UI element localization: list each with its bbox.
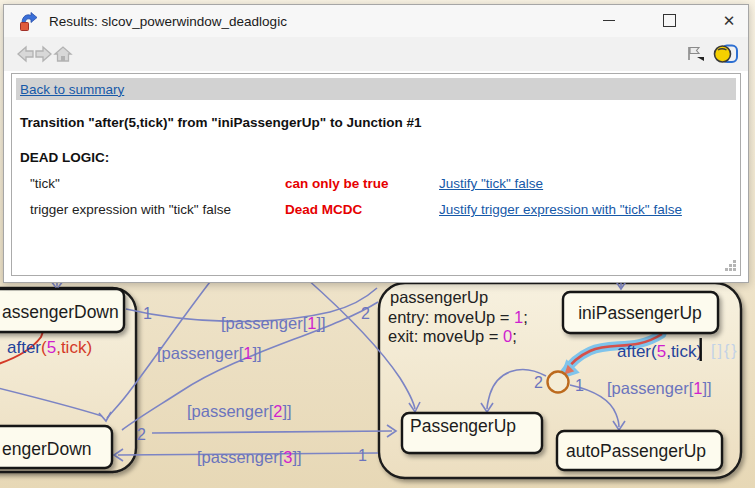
back-band: Back to summary	[16, 78, 736, 100]
state-label: engerDown	[2, 439, 92, 459]
dead-logic-row: "tick" can only be true Justify "tick" f…	[12, 176, 740, 191]
state-label: iniPassengerUp	[578, 303, 702, 323]
transition-label-after-right-editing[interactable]: after(5,tick)	[617, 342, 702, 361]
toolbar	[4, 37, 748, 71]
transition-number: 2	[137, 426, 146, 443]
home-icon[interactable]	[52, 44, 74, 64]
exit-action-text: exit: moveUp = 0;	[388, 327, 517, 345]
dead-logic-row: trigger expression with "tick" false Dea…	[12, 202, 740, 217]
transition-label-passenger1-lower[interactable]: [passenger[1]]	[157, 344, 262, 362]
close-icon: ✕	[723, 13, 736, 28]
text-caret	[700, 338, 702, 361]
window-title: Results: slcov_powerwindow_deadlogic	[49, 14, 287, 29]
results-panel: Back to summary Transition "after(5,tick…	[11, 73, 741, 276]
transition-number: 1	[358, 447, 367, 464]
label-ghost-hint: []{}	[711, 342, 739, 359]
flag-dropdown-icon[interactable]	[686, 45, 706, 63]
coverage-results-icon	[17, 10, 39, 32]
justify-link[interactable]: Justify "tick" false	[439, 176, 740, 191]
minimize-button[interactable]	[590, 5, 628, 36]
junction-port-number: 2	[534, 374, 543, 391]
state-label: PassengerUp	[410, 416, 516, 436]
back-to-summary-link[interactable]: Back to summary	[20, 82, 124, 97]
toolbar-right-group	[680, 42, 740, 66]
state-label: assengerDown	[2, 302, 119, 322]
status-text: can only be true	[285, 176, 439, 191]
dead-logic-title: DEAD LOGIC:	[20, 150, 740, 165]
transition-number: 2	[361, 305, 370, 322]
maximize-icon	[663, 14, 676, 27]
nav-group	[14, 44, 71, 64]
state-label: autoPassengerUp	[566, 441, 706, 461]
condition-text: trigger expression with "tick" false	[30, 202, 285, 217]
status-text: Dead MCDC	[285, 202, 439, 217]
result-heading: Transition "after(5,tick)" from "iniPass…	[20, 115, 740, 130]
junction-port-number: 1	[575, 377, 584, 394]
entry-action-text: entry: moveUp = 1;	[388, 308, 528, 326]
condition-text: "tick"	[30, 176, 285, 191]
resize-grip[interactable]	[723, 258, 737, 272]
transition-number: 1	[143, 305, 152, 322]
transition-label-passenger2[interactable]: [passenger[2]]	[187, 402, 292, 420]
titlebar[interactable]: Results: slcov_powerwindow_deadlogic ✕	[4, 5, 748, 37]
justify-link[interactable]: Justify trigger expression with "tick" f…	[439, 202, 740, 217]
transition-label-after-left[interactable]: after(5,tick)	[7, 338, 92, 357]
results-window: Results: slcov_powerwindow_deadlogic ✕	[3, 4, 749, 283]
highlight-model-icon[interactable]	[712, 42, 740, 66]
close-button[interactable]: ✕	[710, 5, 748, 36]
minimize-icon	[603, 20, 615, 22]
maximize-button[interactable]	[650, 5, 688, 36]
transition-label-passenger1-junction[interactable]: [passenger[1]]	[607, 379, 712, 397]
transition-label-passenger3[interactable]: [passenger[3]]	[197, 448, 302, 466]
transition-label-passenger1-upper[interactable]: [passenger[1]]	[221, 314, 326, 332]
junction-1[interactable]	[548, 372, 569, 393]
state-label: passengerUp	[390, 288, 488, 306]
